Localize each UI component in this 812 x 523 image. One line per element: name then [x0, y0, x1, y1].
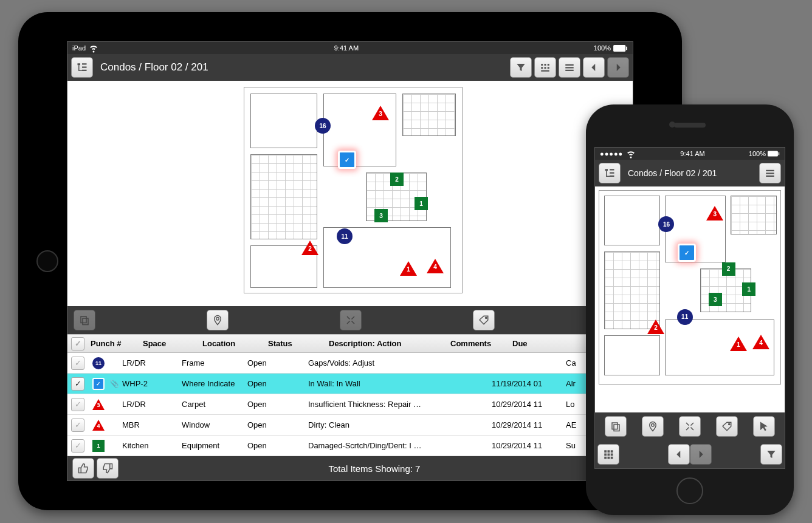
row-checkbox[interactable]: ✓: [71, 419, 84, 432]
svg-rect-8: [548, 64, 549, 66]
plan-marker-triangle[interactable]: 2: [301, 241, 318, 255]
plan-marker-triangle[interactable]: 3: [372, 106, 389, 120]
keypad-icon: [540, 62, 551, 73]
svg-rect-40: [608, 457, 610, 459]
row-checkbox[interactable]: ✓: [71, 377, 84, 391]
plan-marker-square[interactable]: 3: [374, 209, 388, 222]
row-checkbox[interactable]: ✓: [71, 398, 84, 411]
phone-list-button[interactable]: [759, 163, 781, 183]
cell-description: Gaps/Voids: Adjust: [306, 358, 427, 367]
row-checkbox[interactable]: ✓: [71, 439, 84, 453]
tag-icon: [478, 315, 489, 326]
phone-filter-button[interactable]: [760, 444, 782, 465]
phone-grid-button[interactable]: [597, 444, 619, 465]
cell-location: Window: [179, 420, 245, 429]
plan-marker-square[interactable]: 1: [742, 282, 755, 296]
svg-rect-27: [766, 173, 774, 174]
svg-rect-28: [766, 176, 774, 177]
plan-marker-square[interactable]: 1: [415, 197, 428, 210]
col-location[interactable]: Location: [200, 339, 266, 348]
col-description[interactable]: Description: Action: [326, 339, 448, 348]
table-row[interactable]: ✓4MBRWindowOpenDirty: Clean10/29/2014 11…: [67, 415, 633, 436]
next-button[interactable]: [607, 57, 629, 78]
plan-marker-circle[interactable]: 16: [315, 118, 331, 134]
iphone-home-button[interactable]: [676, 477, 703, 504]
phone-floorplan-area[interactable]: 163✓21311214: [595, 186, 785, 412]
svg-rect-39: [604, 457, 607, 459]
phone-next-button[interactable]: [690, 444, 712, 465]
table-row[interactable]: ✓3LR/DRCarpetOpenInsufficient Thickness:…: [67, 394, 633, 415]
ipad-device: iPad 9:41 AM 100% Condos / Floor 02 / 20…: [18, 12, 682, 510]
pin-button[interactable]: [207, 310, 229, 330]
expand-icon: [345, 315, 356, 326]
table-row[interactable]: ✓✓📎WHP-2Where IndicateOpenIn Wall: In Wa…: [67, 374, 633, 394]
svg-rect-33: [604, 450, 607, 453]
cell-space: MBR: [120, 420, 179, 429]
svg-rect-1: [626, 46, 627, 50]
svg-point-31: [652, 424, 655, 427]
plan-marker-square[interactable]: 3: [709, 293, 722, 306]
col-punch[interactable]: Punch #: [88, 339, 140, 348]
expand-button[interactable]: [340, 310, 362, 330]
plan-marker-square[interactable]: 2: [722, 262, 735, 276]
svg-rect-20: [768, 151, 778, 156]
thumbs-up-icon: [78, 463, 89, 474]
svg-rect-2: [78, 63, 81, 65]
plan-marker-square[interactable]: 2: [390, 173, 404, 186]
plan-marker-triangle[interactable]: 3: [706, 206, 723, 220]
plan-marker-circle[interactable]: 11: [677, 309, 693, 325]
plan-marker-triangle[interactable]: 4: [427, 259, 444, 273]
plan-marker-triangle[interactable]: 1: [400, 261, 417, 276]
ipad-home-button[interactable]: [36, 250, 58, 272]
list-button[interactable]: [559, 57, 580, 78]
svg-rect-38: [611, 454, 613, 456]
col-status[interactable]: Status: [266, 339, 326, 348]
copy-button[interactable]: [74, 310, 95, 330]
col-comments[interactable]: Comments: [448, 339, 510, 348]
plan-marker-clipboard[interactable]: ✓: [338, 151, 356, 169]
svg-rect-21: [779, 152, 780, 156]
svg-rect-12: [541, 70, 549, 72]
phone-prev-button[interactable]: [668, 444, 690, 465]
tree-button[interactable]: [71, 57, 93, 78]
thumbs-up-button[interactable]: [72, 458, 94, 479]
phone-expand-button[interactable]: [679, 416, 701, 437]
tag-button[interactable]: [473, 310, 495, 330]
table-row[interactable]: ✓11LR/DRFrameOpenGaps/Voids: AdjustCa: [67, 353, 633, 374]
tag-icon: [721, 421, 732, 432]
col-space[interactable]: Space: [140, 339, 200, 348]
breadcrumb[interactable]: Condos / Floor 02 / 201: [95, 61, 507, 73]
svg-rect-35: [611, 450, 613, 453]
cursor-icon: [759, 421, 769, 432]
phone-pin-button[interactable]: [642, 416, 664, 437]
select-all-checkbox[interactable]: ✓: [71, 337, 84, 350]
cell-description: Damaged-Scrtch/Ding/Dent: I scratched co…: [306, 441, 427, 450]
phone-tag-button[interactable]: [716, 416, 738, 437]
plan-marker-triangle[interactable]: 4: [752, 335, 769, 349]
table-row[interactable]: ✓1KitchenEquipmentOpenDamaged-Scrtch/Din…: [67, 436, 633, 456]
thumbs-down-icon: [102, 463, 113, 474]
prev-button[interactable]: [583, 57, 605, 78]
svg-rect-26: [766, 170, 774, 171]
floorplan-area[interactable]: 163✓21311214: [67, 81, 633, 306]
phone-cursor-button[interactable]: [753, 416, 775, 437]
svg-rect-22: [605, 169, 608, 171]
cell-location: Equipment: [179, 441, 245, 450]
phone-copy-button[interactable]: [605, 416, 627, 437]
cell-status: Open: [245, 441, 306, 450]
thumbs-down-button[interactable]: [97, 458, 119, 479]
tree-icon: [604, 168, 615, 179]
svg-rect-11: [548, 67, 549, 69]
phone-tree-button[interactable]: [599, 163, 621, 183]
plan-marker-circle[interactable]: 11: [337, 228, 353, 244]
plan-marker-clipboard[interactable]: ✓: [678, 244, 696, 262]
filter-button[interactable]: [510, 57, 532, 78]
phone-breadcrumb[interactable]: Condos / Floor 02 / 201: [623, 168, 757, 178]
row-checkbox[interactable]: ✓: [71, 357, 84, 370]
plan-marker-triangle[interactable]: 2: [647, 320, 664, 334]
signal-dots: ●●●●●: [600, 150, 623, 157]
svg-point-19: [486, 317, 487, 318]
col-due[interactable]: Due: [510, 339, 584, 348]
plan-marker-triangle[interactable]: 1: [730, 337, 747, 351]
keypad-button[interactable]: [534, 57, 556, 78]
